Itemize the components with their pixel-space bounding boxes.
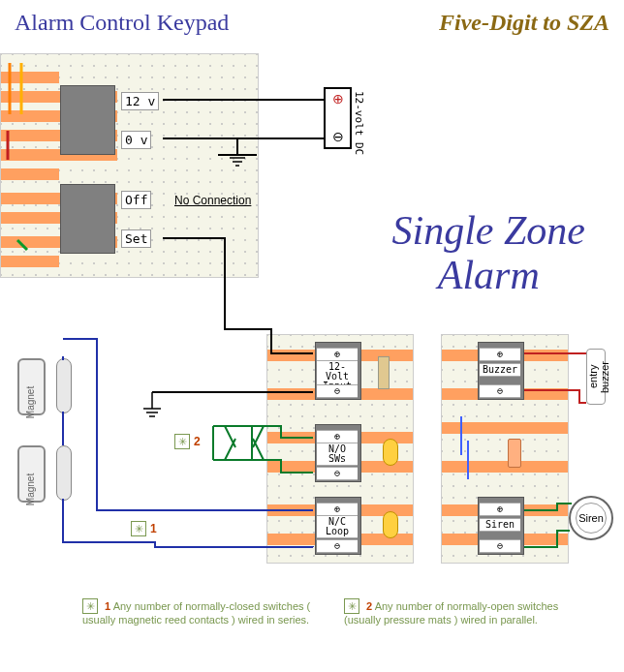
- pin-plus-1: ⊕: [317, 348, 358, 361]
- jumper: [467, 441, 469, 479]
- siren-device-label: Siren: [578, 512, 604, 524]
- dc-supply: ⊕ ⊖: [324, 87, 352, 149]
- marker-1-inline: ✳1: [131, 521, 157, 536]
- footnote-1-text: Any number of normally-closed switches (…: [82, 600, 310, 626]
- pin-minus-b: ⊖: [480, 384, 520, 398]
- terminal-block-power: [60, 85, 115, 155]
- resistor: [378, 356, 390, 389]
- dc-label: 12-volt DC: [353, 91, 365, 155]
- title-main-l1: Single Zone: [392, 208, 585, 253]
- label-set: Set: [121, 229, 151, 248]
- title-link: Five-Digit to SZA: [439, 10, 609, 36]
- title-keypad: Alarm Control Keypad: [15, 10, 229, 36]
- entry-buzzer-label: entry buzzer: [587, 350, 610, 404]
- dc-plus: ⊕: [332, 91, 344, 107]
- reed-1: [56, 358, 72, 413]
- footnote-2-text: Any number of normally-open switches (us…: [344, 600, 558, 626]
- pin-minus-2: ⊖: [317, 467, 358, 480]
- pin-minus-3: ⊖: [317, 539, 358, 553]
- pin-plus-s: ⊕: [480, 503, 520, 516]
- label-no-sws: N/OSWs: [317, 443, 358, 466]
- pin-plus-3: ⊕: [317, 503, 358, 516]
- pin-plus-b: ⊕: [480, 348, 520, 361]
- capacitor-2: [383, 511, 398, 538]
- label-siren: Siren: [480, 518, 520, 532]
- capacitor-1: [383, 439, 398, 466]
- footnote-2: ✳ 2 Any number of normally-open switches…: [344, 598, 586, 626]
- entry-buzzer-box: entry buzzer: [586, 349, 606, 405]
- label-nc-loop: N/CLoop: [317, 515, 358, 538]
- title-main: Single Zone Alarm: [392, 208, 585, 297]
- label-12v: 12 v: [121, 92, 159, 110]
- marker-2-inline: ✳2: [174, 434, 201, 449]
- footnote-1-num: 1: [105, 600, 110, 612]
- title-main-l2: Alarm: [438, 253, 540, 297]
- footnote-1: ✳ 1 Any number of normally-closed switch…: [82, 598, 325, 626]
- label-no-connection: No Connection: [174, 194, 251, 207]
- footnote-2-num: 2: [366, 600, 372, 612]
- dc-minus: ⊖: [332, 129, 344, 145]
- pin-minus-s: ⊖: [480, 539, 520, 553]
- magnet-2-label: Magnet: [25, 473, 36, 505]
- copper: [442, 461, 568, 473]
- pin-plus-2: ⊕: [317, 430, 358, 443]
- pin-minus-1: ⊖: [317, 384, 358, 398]
- reed-2: [56, 445, 72, 501]
- copper: [1, 168, 59, 180]
- star-icon: ✳: [82, 598, 98, 614]
- copper: [1, 256, 59, 267]
- label-buzzer: Buzzer: [480, 363, 520, 377]
- terminal-block-offset: [60, 184, 115, 254]
- star-icon: ✳: [344, 598, 359, 614]
- jumper: [460, 416, 462, 455]
- label-0v: 0 v: [121, 131, 151, 149]
- copper: [1, 72, 59, 83]
- siren-device: Siren: [569, 496, 613, 540]
- diode-block: [508, 439, 521, 468]
- label-off: Off: [121, 191, 151, 209]
- magnet-1-label: Magnet: [25, 386, 36, 418]
